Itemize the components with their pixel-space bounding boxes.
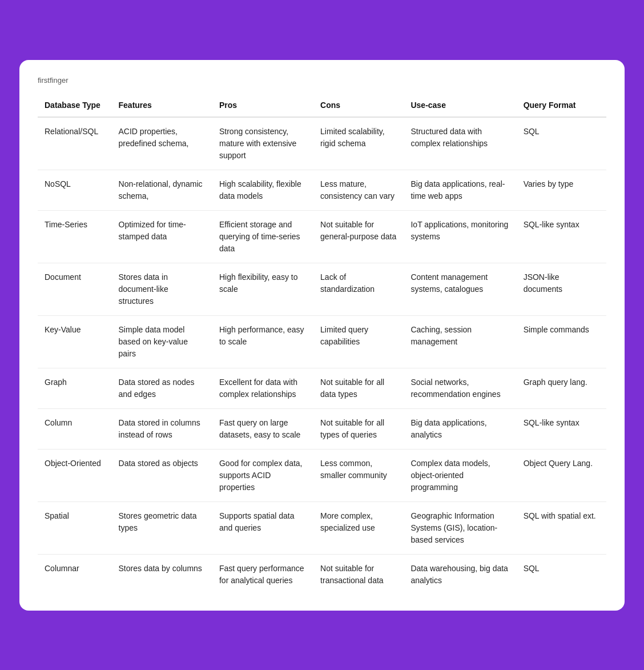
cell-type: Key-Value: [38, 315, 112, 368]
database-table: Database Type Features Pros Cons Use-cas…: [38, 95, 606, 595]
cell-cons: Limited scalability, rigid schema: [313, 117, 404, 170]
cell-usecase: Complex data models, object-oriented pro…: [404, 449, 516, 502]
table-row: SpatialStores geometric data typesSuppor…: [38, 502, 606, 554]
cell-type: Columnar: [38, 554, 112, 595]
cell-query: Object Query Lang.: [517, 449, 606, 502]
cell-usecase: Social networks, recommendation engines: [404, 368, 516, 408]
cell-usecase: Big data applications, real-time web app…: [404, 170, 516, 210]
cell-features: Non-relational, dynamic schema,: [112, 170, 212, 210]
cell-query: Graph query lang.: [517, 368, 606, 408]
cell-pros: Fast query performance for analytical qu…: [212, 554, 313, 595]
cell-usecase: Caching, session management: [404, 315, 516, 368]
cell-cons: Not suitable for all types of queries: [313, 408, 404, 449]
cell-pros: Fast query on large datasets, easy to sc…: [212, 408, 313, 449]
cell-pros: Supports spatial data and queries: [212, 502, 313, 554]
cell-features: Simple data model based on key-value pai…: [112, 315, 212, 368]
cell-usecase: IoT applications, monitoring systems: [404, 210, 516, 263]
cell-pros: High performance, easy to scale: [212, 315, 313, 368]
cell-type: Graph: [38, 368, 112, 408]
cell-features: Optimized for time-stamped data: [112, 210, 212, 263]
cell-cons: Not suitable for transactional data: [313, 554, 404, 595]
table-row: Object-OrientedData stored as objectsGoo…: [38, 449, 606, 502]
cell-usecase: Content management systems, catalogues: [404, 263, 516, 315]
cell-usecase: Data warehousing, big data analytics: [404, 554, 516, 595]
cell-cons: Limited query capabilities: [313, 315, 404, 368]
cell-query: SQL: [517, 117, 606, 170]
cell-pros: Excellent for data with complex relation…: [212, 368, 313, 408]
table-row: NoSQLNon-relational, dynamic schema,High…: [38, 170, 606, 210]
cell-usecase: Geographic Information Systems (GIS), lo…: [404, 502, 516, 554]
cell-type: Object-Oriented: [38, 449, 112, 502]
cell-features: Stores geometric data types: [112, 502, 212, 554]
cell-pros: High scalability, flexible data models: [212, 170, 313, 210]
table-header-row: Database Type Features Pros Cons Use-cas…: [38, 95, 606, 117]
table-row: DocumentStores data in document-like str…: [38, 263, 606, 315]
cell-pros: Good for complex data, supports ACID pro…: [212, 449, 313, 502]
header-pros: Pros: [212, 95, 313, 117]
cell-features: Data stored as nodes and edges: [112, 368, 212, 408]
cell-query: SQL with spatial ext.: [517, 502, 606, 554]
cell-cons: More complex, specialized use: [313, 502, 404, 554]
cell-features: Stores data in document-like structures: [112, 263, 212, 315]
main-card: firstfinger Database Type Features Pros …: [19, 60, 625, 611]
cell-cons: Less common, smaller community: [313, 449, 404, 502]
cell-query: JSON-like documents: [517, 263, 606, 315]
app-label: firstfinger: [38, 76, 606, 85]
cell-cons: Not suitable for all data types: [313, 368, 404, 408]
table-row: Key-ValueSimple data model based on key-…: [38, 315, 606, 368]
cell-type: Column: [38, 408, 112, 449]
cell-query: Simple commands: [517, 315, 606, 368]
table-row: Time-SeriesOptimized for time-stamped da…: [38, 210, 606, 263]
table-row: Relational/SQLACID properties, predefine…: [38, 117, 606, 170]
cell-type: Spatial: [38, 502, 112, 554]
table-row: GraphData stored as nodes and edgesExcel…: [38, 368, 606, 408]
cell-features: Stores data by columns: [112, 554, 212, 595]
cell-pros: Strong consistency, mature with extensiv…: [212, 117, 313, 170]
cell-cons: Less mature, consistency can vary: [313, 170, 404, 210]
table-row: ColumnData stored in columns instead of …: [38, 408, 606, 449]
cell-usecase: Big data applications, analytics: [404, 408, 516, 449]
cell-query: SQL: [517, 554, 606, 595]
cell-pros: High flexibility, easy to scale: [212, 263, 313, 315]
cell-usecase: Structured data with complex relationshi…: [404, 117, 516, 170]
cell-type: Relational/SQL: [38, 117, 112, 170]
cell-type: Document: [38, 263, 112, 315]
cell-query: SQL-like syntax: [517, 408, 606, 449]
header-query: Query Format: [517, 95, 606, 117]
cell-pros: Efficient storage and querying of time-s…: [212, 210, 313, 263]
cell-features: ACID properties, predefined schema,: [112, 117, 212, 170]
header-cons: Cons: [313, 95, 404, 117]
cell-features: Data stored as objects: [112, 449, 212, 502]
cell-features: Data stored in columns instead of rows: [112, 408, 212, 449]
cell-type: Time-Series: [38, 210, 112, 263]
cell-type: NoSQL: [38, 170, 112, 210]
cell-query: SQL-like syntax: [517, 210, 606, 263]
cell-cons: Not suitable for general-purpose data: [313, 210, 404, 263]
cell-cons: Lack of standardization: [313, 263, 404, 315]
header-features: Features: [112, 95, 212, 117]
cell-query: Varies by type: [517, 170, 606, 210]
header-type: Database Type: [38, 95, 112, 117]
header-usecase: Use-case: [404, 95, 516, 117]
table-row: ColumnarStores data by columnsFast query…: [38, 554, 606, 595]
